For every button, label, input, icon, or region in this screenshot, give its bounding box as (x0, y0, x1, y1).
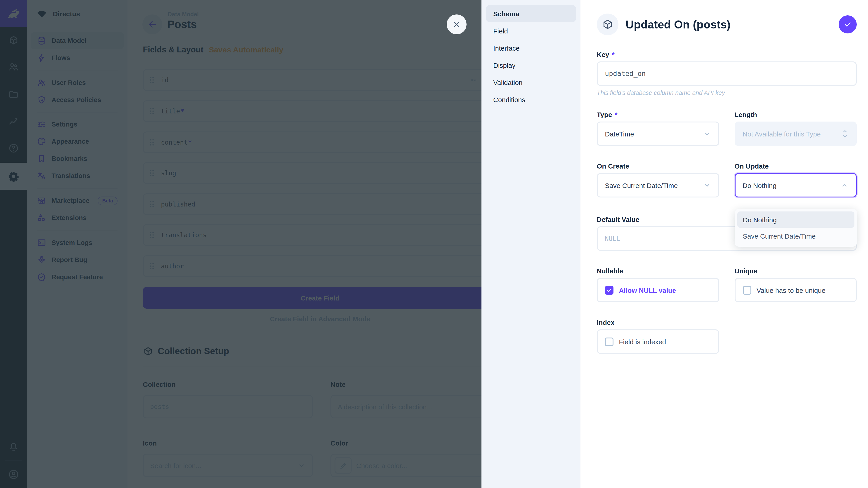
checkbox-unchecked-icon[interactable] (605, 337, 614, 346)
tab-interface[interactable]: Interface (486, 39, 576, 57)
unique-checkbox-row[interactable]: Value has to be unique (735, 278, 857, 302)
required-asterisk: * (615, 111, 618, 119)
chevron-down-icon (703, 130, 711, 138)
stepper-icon (841, 129, 848, 139)
length-label: Length (735, 111, 857, 119)
on-update-select[interactable]: Do Nothing (735, 173, 857, 197)
chevron-down-icon (703, 181, 711, 189)
type-select[interactable]: DateTime (597, 122, 719, 146)
checkbox-unchecked-icon[interactable] (743, 286, 751, 294)
index-row: Index Field is indexed (597, 319, 857, 354)
required-asterisk: * (612, 51, 615, 58)
chevron-up-icon (840, 181, 848, 189)
drawer-header: Updated On (posts) (597, 0, 857, 49)
on-update-value: Do Nothing (743, 182, 840, 189)
type-value: DateTime (605, 130, 703, 138)
field-drawer: Schema Field Interface Display Validatio… (482, 0, 868, 488)
drawer-tab-list: Schema Field Interface Display Validatio… (482, 0, 581, 488)
unique-checkbox-label: Value has to be unique (756, 286, 826, 294)
dropdown-option-do-nothing[interactable]: Do Nothing (737, 212, 855, 228)
nullable-unique-row: Nullable Allow NULL value Unique Value h… (597, 267, 857, 302)
drawer-content: Updated On (posts) Key* This field's dat… (581, 0, 868, 488)
on-update-group: On Update Do Nothing (735, 162, 857, 197)
index-checkbox-row[interactable]: Field is indexed (597, 329, 719, 354)
checkbox-checked-icon[interactable] (605, 286, 614, 294)
unique-label: Unique (735, 267, 857, 275)
tab-field[interactable]: Field (486, 22, 576, 39)
type-group: Type* DateTime (597, 111, 719, 146)
on-create-label: On Create (597, 162, 719, 170)
key-label: Key* (597, 51, 857, 58)
key-input[interactable] (605, 70, 848, 78)
field-type-box-icon (597, 13, 618, 35)
on-create-select[interactable]: Save Current Date/Time (597, 173, 719, 197)
on-update-dropdown-menu: Do Nothing Save Current Date/Time (735, 209, 857, 247)
screen: Directus Data Model Flows User Roles Acc… (0, 0, 868, 488)
on-create-group: On Create Save Current Date/Time (597, 162, 719, 197)
check-icon (843, 20, 852, 29)
nullable-group: Nullable Allow NULL value (597, 267, 719, 302)
app-window: Directus Data Model Flows User Roles Acc… (0, 0, 868, 488)
oncreate-onupdate-row: On Create Save Current Date/Time On Upda… (597, 162, 857, 197)
nullable-checkbox-row[interactable]: Allow NULL value (597, 278, 719, 302)
type-length-row: Type* DateTime Length Not Available for … (597, 111, 857, 146)
drawer-overlay[interactable] (0, 0, 482, 488)
dropdown-option-save-current[interactable]: Save Current Date/Time (737, 228, 855, 244)
index-checkbox-label: Field is indexed (619, 338, 666, 346)
tab-conditions[interactable]: Conditions (486, 91, 576, 108)
on-update-label: On Update (735, 162, 857, 170)
tab-display[interactable]: Display (486, 57, 576, 74)
nullable-label: Nullable (597, 267, 719, 275)
length-input: Not Available for this Type (735, 122, 857, 146)
tab-validation[interactable]: Validation (486, 74, 576, 91)
length-group: Length Not Available for this Type (735, 111, 857, 146)
unique-group: Unique Value has to be unique (735, 267, 857, 302)
type-label: Type* (597, 111, 719, 119)
nullable-checkbox-label: Allow NULL value (619, 286, 676, 294)
tab-schema[interactable]: Schema (486, 5, 576, 22)
close-icon (452, 20, 461, 29)
drawer-title: Updated On (posts) (626, 18, 831, 31)
length-placeholder: Not Available for this Type (743, 130, 841, 138)
close-drawer-button[interactable] (447, 14, 467, 34)
save-button[interactable] (839, 15, 857, 33)
index-group: Index Field is indexed (597, 319, 719, 354)
key-input-wrap (597, 61, 857, 86)
on-create-value: Save Current Date/Time (605, 182, 703, 189)
index-label: Index (597, 319, 719, 326)
key-section: Key* This field's database column name a… (597, 51, 857, 96)
key-note: This field's database column name and AP… (597, 90, 857, 96)
